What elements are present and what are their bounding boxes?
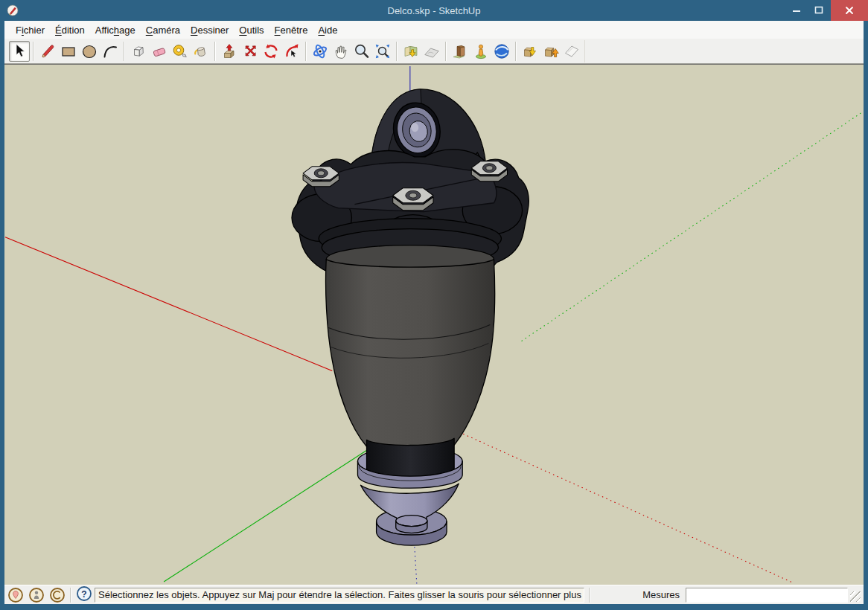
google-earth-icon — [493, 42, 511, 60]
rotate-icon — [262, 42, 280, 60]
line-button[interactable] — [37, 41, 58, 62]
tape-measure-icon — [171, 42, 189, 60]
help-icon[interactable]: ? — [76, 585, 92, 602]
zoom-button[interactable] — [351, 41, 372, 62]
circle-button[interactable] — [79, 41, 100, 62]
arc-button[interactable] — [100, 41, 121, 62]
position-camera-button[interactable] — [470, 41, 491, 62]
make-component-button[interactable] — [128, 41, 149, 62]
circle-icon — [80, 42, 98, 60]
viewport-3d[interactable] — [4, 64, 864, 585]
rectangle-icon — [60, 42, 77, 60]
menu-aide[interactable]: Aide — [313, 22, 342, 38]
toolbar-separator — [214, 42, 216, 61]
status-icons — [7, 587, 66, 603]
orbit-button[interactable] — [310, 41, 331, 62]
add-location-icon — [402, 42, 420, 60]
line-icon — [39, 42, 57, 60]
eraser-button[interactable] — [149, 41, 170, 62]
status-message: Sélectionnez les objets. Appuyez sur Maj… — [95, 588, 584, 603]
hex-nut-left — [303, 167, 339, 187]
green-axis-dotted — [522, 112, 862, 341]
toolbar — [4, 39, 864, 64]
toolbar-separator — [124, 42, 125, 61]
menu-camera[interactable]: Caméra — [141, 22, 185, 38]
eraser-icon — [150, 42, 168, 60]
position-camera-icon — [472, 42, 490, 60]
minimize-button[interactable] — [786, 0, 808, 21]
help-slot: ? — [76, 585, 92, 604]
status-bar: ? Sélectionnez les objets. Appuyez sur M… — [4, 585, 864, 604]
offset-button[interactable] — [281, 41, 302, 62]
menu-bar: FichierÉditionAffichageCaméraDessinerOut… — [4, 21, 864, 39]
model-delco[interactable] — [292, 89, 529, 545]
offset-icon — [283, 42, 301, 60]
maximize-button[interactable] — [808, 0, 831, 21]
toggle-terrain-icon — [423, 42, 441, 60]
status-separator-2 — [589, 588, 590, 603]
measurements-input[interactable] — [686, 588, 848, 603]
measurements-label: Mesures — [642, 589, 683, 600]
zoom-extents-icon — [374, 42, 392, 60]
paint-bucket-button[interactable] — [191, 41, 211, 62]
red-axis-solid — [5, 237, 332, 371]
window-controls — [786, 0, 868, 21]
select-button[interactable] — [9, 41, 30, 62]
toolbar-separator — [33, 42, 34, 61]
section-plane-button[interactable] — [561, 41, 582, 62]
toolbar-separator — [305, 42, 307, 61]
geo-location-icon[interactable] — [7, 587, 24, 603]
menu-edition[interactable]: Édition — [50, 22, 90, 38]
pan-icon — [332, 42, 350, 60]
pan-button[interactable] — [331, 41, 351, 62]
make-component-icon — [130, 42, 147, 60]
toggle-terrain-button[interactable] — [421, 41, 442, 62]
title-bar: Delco.skp - SketchUp — [0, 0, 868, 21]
menu-dessiner[interactable]: Dessiner — [185, 22, 234, 38]
push-pull-button[interactable] — [219, 41, 240, 62]
resize-grip[interactable] — [850, 591, 861, 602]
minimize-icon — [788, 1, 805, 19]
toolbar-end-divider — [584, 40, 585, 62]
menu-fenetre[interactable]: Fenêtre — [269, 22, 313, 38]
move-icon — [241, 42, 259, 60]
menu-outils[interactable]: Outils — [234, 22, 269, 38]
red-axis-dotted — [463, 434, 792, 582]
menu-fichier[interactable]: Fichier — [10, 22, 50, 38]
close-icon — [840, 1, 858, 19]
scene-canvas[interactable] — [4, 65, 864, 585]
zoom-extents-button[interactable] — [372, 41, 393, 62]
attribution-icon[interactable] — [28, 587, 45, 603]
toolbar-separator — [445, 42, 447, 61]
push-pull-icon — [220, 42, 238, 60]
credits-icon[interactable] — [49, 587, 66, 603]
photo-textures-icon — [451, 42, 469, 60]
photo-textures-button[interactable] — [450, 41, 470, 62]
zoom-icon — [353, 42, 371, 60]
svg-text:?: ? — [81, 589, 86, 600]
arc-icon — [101, 42, 119, 60]
add-location-button[interactable] — [401, 41, 421, 62]
tape-measure-button[interactable] — [170, 41, 191, 62]
orbit-icon — [311, 42, 329, 60]
status-separator — [70, 588, 71, 603]
menu-affichage[interactable]: Affichage — [90, 22, 141, 38]
green-axis-solid — [164, 443, 377, 582]
share-model-button[interactable] — [540, 41, 561, 62]
rotate-button[interactable] — [261, 41, 281, 62]
get-models-icon — [521, 42, 539, 60]
share-model-icon — [542, 42, 560, 60]
rectangle-button[interactable] — [58, 41, 79, 62]
sketchup-logo-icon — [7, 4, 19, 16]
move-button[interactable] — [240, 41, 261, 62]
get-models-button[interactable] — [520, 41, 540, 62]
maximize-icon — [810, 1, 828, 19]
client-area: FichierÉditionAffichageCaméraDessinerOut… — [4, 21, 864, 604]
window-title: Delco.skp - SketchUp — [0, 5, 868, 16]
sketchup-window: Delco.skp - SketchUp FichierÉditionAffic… — [0, 0, 868, 610]
google-earth-button[interactable] — [491, 41, 512, 62]
toolbar-separator — [396, 42, 398, 61]
section-plane-icon — [563, 42, 581, 60]
body-barrel — [326, 260, 495, 452]
close-button[interactable] — [831, 0, 868, 21]
